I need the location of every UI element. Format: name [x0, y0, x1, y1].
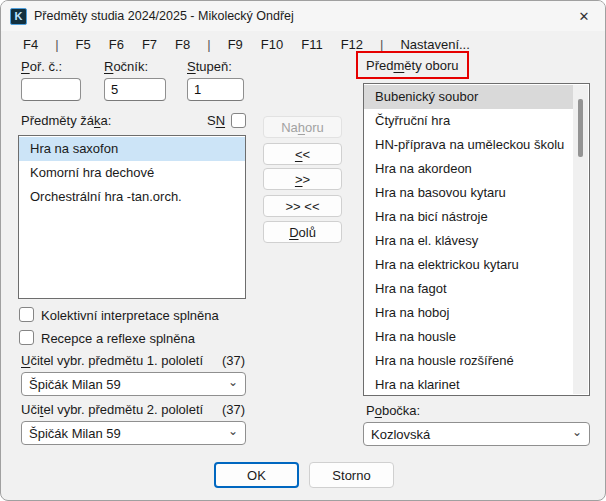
- chevron-down-icon: ⌄: [572, 427, 582, 437]
- move-left-button[interactable]: <<: [263, 143, 342, 165]
- list-item[interactable]: Hra na fagot: [364, 277, 573, 301]
- move-right-button[interactable]: >>: [263, 168, 342, 190]
- list-item[interactable]: Hra na housle rozšířené: [364, 349, 573, 373]
- stupen-label: Stupeň:: [187, 59, 232, 74]
- scrollbar-thumb[interactable]: [578, 99, 583, 157]
- menu-item-f6[interactable]: F6: [100, 35, 133, 54]
- list-item[interactable]: HN-příprava na uměleckou školu: [364, 133, 573, 157]
- menu-item-f7[interactable]: F7: [133, 35, 166, 54]
- list-item[interactable]: Hra na akordeon: [364, 157, 573, 181]
- recepce-checkbox[interactable]: [19, 330, 34, 345]
- list-item[interactable]: Čtyřruční hra: [364, 109, 573, 133]
- predmety-zaka-label: Předměty žáka:: [21, 113, 111, 128]
- titlebar: K Předměty studia 2024/2025 - Mikolecký …: [1, 1, 605, 31]
- list-item[interactable]: Hra na saxofon: [19, 137, 245, 161]
- window-title: Předměty studia 2024/2025 - Mikolecký On…: [34, 9, 294, 23]
- ok-button[interactable]: OK: [214, 462, 299, 488]
- menu-item-f9[interactable]: F9: [219, 35, 252, 54]
- sn-label: SN: [207, 113, 225, 128]
- por-c-label: Poř. č.:: [21, 59, 62, 74]
- chevron-down-icon: ⌄: [228, 377, 238, 387]
- rocnik-input[interactable]: [104, 78, 166, 101]
- list-item[interactable]: Hra na basovou kytaru: [364, 181, 573, 205]
- list-item[interactable]: Hra na bicí nástroje: [364, 205, 573, 229]
- list-item[interactable]: Orchestrální hra -tan.orch.: [19, 185, 245, 209]
- kolektivni-checkbox[interactable]: [19, 307, 34, 322]
- teacher1-label-row: Učitel vybr. předmětu 1. pololetí (37): [21, 353, 245, 368]
- teacher1-label: Učitel vybr. předmětu 1. pololetí: [21, 353, 203, 368]
- rocnik-label: Ročník:: [104, 59, 148, 74]
- list-item[interactable]: Hra na elektrickou kytaru: [364, 253, 573, 277]
- teacher2-combobox[interactable]: Špičák Milan 59 ⌄: [21, 421, 246, 445]
- scrollbar[interactable]: [573, 85, 588, 394]
- field-subjects-listbox[interactable]: Bubenický soubor Čtyřruční hra HN-přípra…: [363, 83, 590, 396]
- list-item[interactable]: Hra na hoboj: [364, 301, 573, 325]
- list-item[interactable]: Hra na el. klávesy: [364, 229, 573, 253]
- student-subjects-listbox[interactable]: Hra na saxofon Komorní hra dechové Orche…: [18, 135, 246, 299]
- recepce-label: Recepce a reflexe splněna: [41, 331, 195, 346]
- chevron-down-icon: ⌄: [228, 426, 238, 436]
- predmety-oboru-label: Předměty oboru: [366, 58, 459, 73]
- menu-item-f11[interactable]: F11: [292, 35, 331, 54]
- close-icon[interactable]: ✕: [563, 1, 605, 31]
- stupen-input[interactable]: [187, 78, 244, 101]
- menu-separator: |: [47, 35, 66, 54]
- menu-item-f10[interactable]: F10: [252, 35, 292, 54]
- list-item[interactable]: Hra na klarinet: [364, 373, 573, 396]
- teacher1-combobox[interactable]: Špičák Milan 59 ⌄: [21, 372, 246, 396]
- list-item[interactable]: Bubenický soubor: [364, 85, 573, 109]
- nahoru-button[interactable]: Nahoru: [263, 116, 342, 138]
- menu-item-f5[interactable]: F5: [67, 35, 100, 54]
- swap-button[interactable]: >> <<: [263, 195, 342, 217]
- pobocka-label: Pobočka:: [366, 403, 420, 418]
- app-icon: K: [10, 8, 27, 25]
- teacher2-label-row: Učitel vybr. předmětu 2. pololetí (37): [21, 402, 245, 417]
- menu-item-f4[interactable]: F4: [14, 35, 47, 54]
- dialog-predmety-studia: K Předměty studia 2024/2025 - Mikolecký …: [0, 0, 606, 501]
- teacher2-label: Učitel vybr. předmětu 2. pololetí: [21, 402, 203, 417]
- list-item[interactable]: Komorní hra dechové: [19, 161, 245, 185]
- teacher1-count: (37): [222, 353, 245, 368]
- por-c-input[interactable]: [21, 78, 81, 101]
- kolektivni-label: Kolektivní interpretace splněna: [41, 308, 219, 323]
- pobocka-combobox[interactable]: Kozlovská ⌄: [363, 422, 590, 446]
- teacher2-count: (37): [222, 402, 245, 417]
- menubar: F4 | F5 F6 F7 F8 | F9 F10 F11 F12 | Nast…: [1, 31, 605, 57]
- sn-checkbox[interactable]: [231, 113, 246, 128]
- menu-item-f8[interactable]: F8: [166, 35, 199, 54]
- list-item[interactable]: Hra na housle: [364, 325, 573, 349]
- menu-separator: |: [199, 35, 218, 54]
- dolu-button[interactable]: Dolů: [263, 221, 342, 243]
- storno-button[interactable]: Storno: [309, 462, 394, 488]
